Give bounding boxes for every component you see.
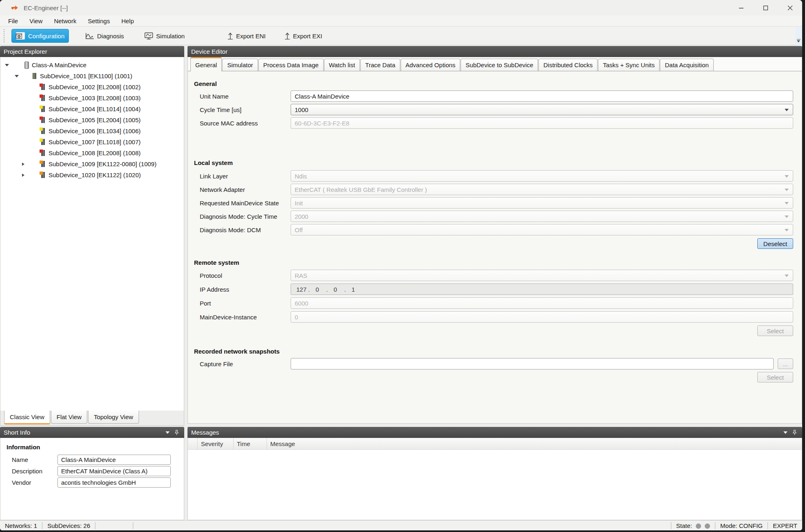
tree-item[interactable]: SubDevice_1009 [EK1122-0080] (1009) [0,158,184,169]
editor-tab[interactable]: Data Acquisition [660,59,714,71]
tree-item[interactable]: SubDevice_1005 [EL2004] (1005) [0,114,184,125]
tree-item-label: SubDevice_1005 [EL2004] (1005) [49,117,141,123]
subdevices-count: SubDevices: 26 [42,522,95,529]
configuration-button[interactable]: Configuration [11,29,69,43]
maximize-icon [763,5,768,11]
editor-tab[interactable]: Distributed Clocks [538,59,598,71]
source-mac-input [291,117,793,129]
messages-title: Messages [191,429,219,436]
menu-item[interactable]: Settings [82,15,115,26]
tree-item[interactable]: Class-A MainDevice [0,59,184,70]
device-icon [23,62,29,68]
snapshot-select-button[interactable]: Select [757,372,793,383]
device-editor-header: Device Editor [187,46,802,57]
menu-item[interactable]: Network [48,15,82,26]
info-value-input[interactable] [57,477,171,488]
device-icon [40,117,45,123]
tree-item[interactable]: SubDevice_1006 [EL1034] (1006) [0,125,184,136]
short-info-header: Short Info [0,427,184,438]
editor-tab[interactable]: Trace Data [360,59,400,71]
toolbar-overflow-button[interactable] [796,27,802,45]
link-layer-label: Link Layer [200,173,291,180]
tree-item[interactable]: SubDevice_1001 [EK1100] (1001) [0,70,184,81]
device-icon [40,160,45,167]
project-explorer-panel: Project Explorer Class-A MainDevice SubD… [0,46,184,426]
dropdown-icon [785,215,789,218]
device-icon [40,84,45,90]
diagnosis-dcm-dropdown: Off [291,224,793,235]
tree-toggle-icon[interactable] [19,163,27,166]
info-row: Name [12,455,184,465]
editor-tab[interactable]: Watch list [324,59,360,71]
simulation-icon [144,32,153,40]
general-section-heading: General [194,80,793,87]
tree-item[interactable]: SubDevice_1020 [EK1122] (1020) [0,169,184,180]
cycle-time-dropdown[interactable]: 1000 [291,104,793,115]
link-layer-dropdown: Ndis [291,170,793,182]
view-tab[interactable]: Flat View [51,411,87,424]
export-icon [285,32,290,40]
dropdown-icon [785,202,789,204]
severity-column-header[interactable]: Severity [198,438,234,449]
tree-toggle-icon[interactable] [13,75,21,77]
status-bar: Networks: 1 SubDevices: 26 State: Mode: … [0,520,802,530]
dropdown-icon [785,189,789,191]
chevron-down-icon[interactable] [165,431,170,434]
menu-item[interactable]: File [2,15,24,26]
remote-select-button[interactable]: Select [757,325,793,336]
tree-item[interactable]: SubDevice_1002 [EL2008] (1002) [0,81,184,92]
toolbar: Configuration Diagnosis Simulation [0,27,802,45]
info-value-input[interactable] [57,466,171,476]
close-button[interactable] [778,0,802,15]
browse-button[interactable]: ... [778,358,793,369]
tree-item[interactable]: SubDevice_1007 [EL1018] (1007) [0,136,184,147]
tree-item-label: SubDevice_1004 [EL1014] (1004) [49,106,141,112]
explorer-view-tabs: Classic View Flat View Topology View [0,411,184,425]
message-column-header[interactable]: Message [267,438,802,449]
editor-tab[interactable]: Process Data Image [258,59,324,71]
toolbar-grip-handle[interactable] [3,29,5,42]
menu-item[interactable]: View [24,15,48,26]
view-tab[interactable]: Classic View [4,411,50,424]
dropdown-icon [785,109,789,111]
chevron-down-icon [797,39,801,42]
editor-tab[interactable]: Simulator [222,59,258,71]
deselect-button[interactable]: Deselect [757,238,793,249]
protocol-label: Protocol [200,272,291,279]
tree-toggle-icon[interactable] [3,64,11,66]
editor-tab[interactable]: General [190,57,222,71]
export-eni-button[interactable]: Export ENI [223,29,270,43]
view-tab[interactable]: Topology View [88,411,139,424]
tree-item-label: SubDevice_1006 [EL1034] (1006) [49,128,141,134]
short-info-title: Short Info [4,429,30,436]
pin-icon[interactable] [792,430,797,435]
simulation-button[interactable]: Simulation [140,29,189,43]
short-info-panel: Short Info Information Name De [0,427,184,520]
ip-address-input[interactable]: 127. 0. 0. 1 [291,284,793,295]
tree-item[interactable]: SubDevice_1003 [EL2008] (1003) [0,92,184,103]
chevron-down-icon[interactable] [783,431,787,434]
capture-file-input[interactable] [291,358,774,369]
info-value-input[interactable] [57,455,171,465]
editor-tab[interactable]: SubDevice to SubDevice [461,59,538,71]
time-column-header[interactable]: Time [234,438,267,449]
device-icon [40,138,45,145]
unit-name-input[interactable] [291,90,793,102]
dropdown-icon [785,229,789,231]
tree-item[interactable]: SubDevice_1004 [EL1014] (1004) [0,103,184,114]
snapshots-heading: Recorded network snapshots [194,348,793,355]
minimize-button[interactable] [729,0,753,15]
tree-item[interactable]: SubDevice_1008 [EL2008] (1008) [0,147,184,158]
diagnosis-button[interactable]: Diagnosis [81,29,128,43]
network-adapter-dropdown: EtherCAT ( Realtek USB GbE Family Contro… [291,184,793,195]
maximize-button[interactable] [753,0,778,15]
export-exi-button[interactable]: Export EXI [280,29,326,43]
tree-toggle-icon[interactable] [19,174,27,177]
editor-tab[interactable]: Tasks + Sync Units [598,59,659,71]
tree-item-label: Class-A MainDevice [32,62,86,68]
editor-tab[interactable]: Advanced Options [401,59,461,71]
unit-name-label: Unit Name [200,93,291,100]
pin-icon[interactable] [174,430,179,435]
menu-item[interactable]: Help [116,15,140,26]
tree-item-label: SubDevice_1002 [EL2008] (1002) [49,84,141,90]
